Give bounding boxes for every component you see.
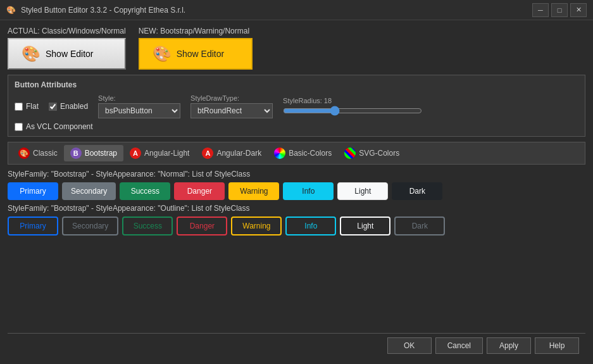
show-editor-bootstrap-label: Show Editor [177,49,224,59]
style-draw-type-select[interactable]: btRoundRect [190,103,273,118]
tab-label-angular-light: Angular-Light [144,149,189,158]
style-btn-primary[interactable]: Primary [8,182,58,200]
close-button[interactable]: ✕ [570,3,587,17]
app-icon: 🎨 [6,6,16,15]
style-btn-outline-light[interactable]: Light [340,217,390,235]
style-family-label-0: StyleFamily: "Bootstrap" - StyleAppearan… [8,170,585,179]
tab-item-angular-light[interactable]: AAngular-Light [123,145,196,161]
tab-item-classic[interactable]: 🎨Classic [12,145,64,161]
style-btn-outline-success[interactable]: Success [122,217,173,235]
flat-checkbox[interactable] [15,103,23,111]
tab-icon-classic: 🎨 [18,147,30,159]
tab-icon-svg-colors [344,147,356,159]
preview-new: NEW: Bootstrap/Warning/Normal 🎨 Show Edi… [139,27,253,70]
tabs-section: 🎨ClassicBBootstrapAAngular-LightAAngular… [8,142,585,165]
style-btn-outline-primary[interactable]: Primary [8,217,58,235]
ok-button[interactable]: OK [387,337,432,354]
style-btn-secondary[interactable]: Secondary [62,182,116,200]
flat-checkbox-group: Flat [15,102,39,111]
preview-section: ACTUAL: Classic/Windows/Normal 🎨 Show Ed… [8,27,585,70]
style-family-0: StyleFamily: "Bootstrap" - StyleAppearan… [8,170,585,200]
maximize-button[interactable]: □ [551,3,568,17]
tab-icon-bootstrap: B [70,147,82,159]
flat-label: Flat [26,102,39,111]
style-label: Style: [98,94,180,102]
style-field-group: Style: bsPushButton [98,94,180,118]
style-families: StyleFamily: "Bootstrap" - StyleAppearan… [8,170,585,235]
style-btn-outline-warning[interactable]: Warning [231,217,282,235]
tab-label-svg-colors: SVG-Colors [359,149,399,158]
as-vcl-checkbox-group: As VCL Component [15,122,93,131]
enabled-checkbox-group: Enabled [49,102,88,111]
actual-label: ACTUAL: Classic/Windows/Normal [8,27,126,35]
title-bar-controls: ─ □ ✕ [532,3,587,17]
as-vcl-label: As VCL Component [26,122,93,131]
style-select[interactable]: bsPushButton [98,103,180,118]
style-draw-type-label: StyleDrawType: [190,94,273,102]
enabled-checkbox[interactable] [49,103,57,111]
style-btn-outline-dark[interactable]: Dark [394,217,445,235]
style-family-label-1: StyleFamily: "Bootstrap" - StyleAppearan… [8,204,585,213]
style-draw-type-field-group: StyleDrawType: btRoundRect [190,94,273,118]
show-editor-classic-button[interactable]: 🎨 Show Editor [8,38,126,70]
style-buttons-row-0: PrimarySecondarySuccessDangerWarningInfo… [8,182,585,200]
slider-track [283,106,422,116]
show-editor-classic-label: Show Editor [46,49,93,59]
style-btn-outline-danger[interactable]: Danger [177,217,227,235]
as-vcl-checkbox[interactable] [15,123,23,131]
title-bar: 🎨 Styled Button Editor 3.3.2 - Copyright… [0,0,593,20]
style-radius-group: StyleRadius: 18 [283,97,422,116]
style-radius-label: StyleRadius: 18 [283,97,422,104]
attributes-row-1: Flat Enabled Style: bsPushButton StyleDr… [15,94,578,118]
show-editor-bootstrap-button[interactable]: 🎨 Show Editor [139,38,253,70]
preview-actual: ACTUAL: Classic/Windows/Normal 🎨 Show Ed… [8,27,126,70]
tab-icon-angular-light: A [130,147,141,159]
style-btn-outline-secondary[interactable]: Secondary [62,217,118,235]
palette-icon-bootstrap: 🎨 [153,45,172,63]
style-btn-info[interactable]: Info [283,182,334,200]
tab-icon-angular-dark: A [202,147,213,159]
new-label: NEW: Bootstrap/Warning/Normal [139,27,253,35]
tab-item-bootstrap[interactable]: BBootstrap [64,145,123,161]
enabled-label: Enabled [60,102,88,111]
palette-icon-classic: 🎨 [22,45,41,63]
main-content: ACTUAL: Classic/Windows/Normal 🎨 Show Ed… [0,20,593,364]
tab-label-angular-dark: Angular-Dark [216,149,261,158]
apply-button[interactable]: Apply [487,337,531,354]
help-button[interactable]: Help [535,337,579,354]
tab-label-classic: Classic [33,149,58,158]
style-btn-outline-info[interactable]: Info [285,217,336,235]
style-btn-dark[interactable]: Dark [392,182,442,200]
tab-label-basic-colors: Basic-Colors [289,149,332,158]
attributes-title: Button Attributes [15,80,578,89]
style-btn-success[interactable]: Success [120,182,170,200]
style-family-1: StyleFamily: "Bootstrap" - StyleAppearan… [8,204,585,235]
minimize-button[interactable]: ─ [532,3,549,17]
tab-label-bootstrap: Bootstrap [85,149,117,158]
title-bar-left: 🎨 Styled Button Editor 3.3.2 - Copyright… [6,6,185,15]
tab-item-basic-colors[interactable]: Basic-Colors [268,145,338,161]
style-btn-warning[interactable]: Warning [228,182,279,200]
tab-icon-basic-colors [274,147,285,159]
style-buttons-row-1: PrimarySecondarySuccessDangerWarningInfo… [8,217,585,235]
cancel-button[interactable]: Cancel [435,337,483,354]
attributes-section: Button Attributes Flat Enabled Style: bs… [8,75,585,137]
attributes-row-2: As VCL Component [15,122,578,131]
style-btn-light[interactable]: Light [337,182,388,200]
app-title: Styled Button Editor 3.3.2 - Copyright E… [21,6,185,15]
tab-item-svg-colors[interactable]: SVG-Colors [338,145,406,161]
style-radius-slider[interactable] [283,106,422,116]
tab-item-angular-dark[interactable]: AAngular-Dark [196,145,268,161]
style-btn-danger[interactable]: Danger [174,182,225,200]
bottom-bar: OKCancelApplyHelp [8,333,585,358]
